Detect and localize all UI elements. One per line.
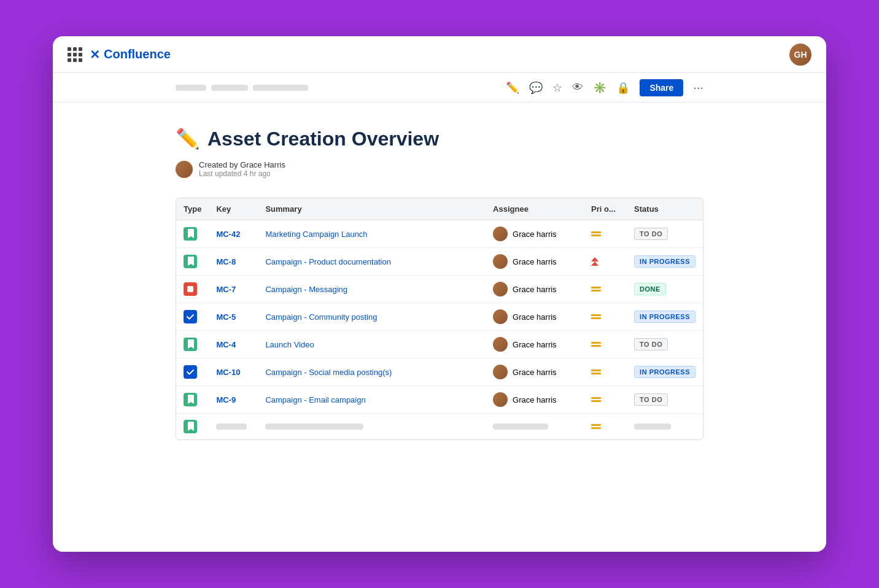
- cell-key: MC-42: [209, 220, 258, 248]
- cell-status: IN PROGRESS: [627, 303, 703, 331]
- cell-summary: Campaign - Product documentation: [258, 248, 486, 276]
- issue-summary-link[interactable]: Marketing Campaign Launch: [265, 230, 367, 239]
- issue-key-link[interactable]: MC-10: [216, 368, 240, 377]
- cell-assignee: Grace harris: [486, 303, 584, 331]
- issue-summary-link[interactable]: Launch Video: [265, 340, 314, 349]
- type-icon-story: [184, 338, 197, 351]
- assignee-avatar: [493, 337, 508, 352]
- type-icon-story: [184, 255, 197, 268]
- top-navigation: ✕ Confluence GH: [53, 36, 826, 73]
- assignee-cell: Grace harris: [493, 392, 576, 407]
- col-header-priority: Pri o...: [584, 198, 627, 220]
- topnav-left: ✕ Confluence: [68, 47, 171, 62]
- title-text: Asset Creation Overview: [207, 128, 439, 150]
- cell-key: MC-5: [209, 303, 258, 331]
- table-row: MC-9 Campaign - Email campaign Grace har…: [176, 386, 703, 414]
- issue-key-link[interactable]: MC-4: [216, 340, 236, 349]
- content-toolbar: ✏️ 💬 ☆ 👁 ✳️ 🔒 Share ···: [53, 73, 826, 103]
- status-badge: TO DO: [634, 228, 668, 240]
- sparkle-icon[interactable]: ✳️: [593, 81, 606, 95]
- col-header-status: Status: [627, 198, 703, 220]
- col-header-key: Key: [209, 198, 258, 220]
- last-updated: Last updated 4 hr ago: [199, 169, 285, 178]
- cell-assignee: Grace harris: [486, 276, 584, 303]
- share-button[interactable]: Share: [640, 79, 683, 96]
- issue-key-link[interactable]: MC-9: [216, 395, 236, 404]
- breadcrumb-item: [176, 85, 206, 91]
- issue-key-link[interactable]: MC-7: [216, 285, 236, 294]
- cell-key: MC-10: [209, 358, 258, 386]
- cell-priority: [584, 331, 627, 358]
- assignee-name: Grace harris: [513, 312, 557, 322]
- table-header-row: Type Key Summary Assignee Pri o... Statu…: [176, 198, 703, 220]
- cell-status-loading: [627, 414, 703, 440]
- issue-summary-link[interactable]: Campaign - Messaging: [265, 285, 347, 294]
- assignee-avatar: [493, 365, 508, 379]
- cell-summary: Campaign - Messaging: [258, 276, 486, 303]
- status-badge: TO DO: [634, 393, 668, 406]
- breadcrumb-item: [253, 85, 308, 91]
- cell-assignee: Grace harris: [486, 331, 584, 358]
- assignee-avatar: [493, 392, 508, 407]
- cell-type-loading: [176, 414, 209, 440]
- cell-status: DONE: [627, 276, 703, 303]
- jira-table: Type Key Summary Assignee Pri o... Statu…: [176, 198, 703, 440]
- table-row-loading: [176, 414, 703, 440]
- issue-key-link[interactable]: MC-8: [216, 257, 236, 266]
- status-badge: DONE: [634, 283, 666, 295]
- cell-key: MC-7: [209, 276, 258, 303]
- issue-summary-link[interactable]: Campaign - Community posting: [265, 312, 377, 322]
- cell-summary: Launch Video: [258, 331, 486, 358]
- confluence-logo[interactable]: ✕ Confluence: [90, 47, 171, 62]
- cell-status: TO DO: [627, 331, 703, 358]
- assignee-name: Grace harris: [513, 285, 557, 294]
- type-icon-story: [184, 227, 197, 241]
- assignee-name: Grace harris: [513, 395, 557, 404]
- table-row: MC-42 Marketing Campaign Launch Grace ha…: [176, 220, 703, 248]
- logo-text: Confluence: [104, 47, 171, 61]
- cell-priority-loading: [584, 414, 627, 440]
- star-icon[interactable]: ☆: [552, 81, 562, 95]
- edit-icon[interactable]: ✏️: [506, 81, 519, 95]
- breadcrumbs: [176, 85, 308, 91]
- issue-summary-link[interactable]: Campaign - Email campaign: [265, 395, 365, 404]
- cell-status: TO DO: [627, 386, 703, 414]
- assignee-name: Grace harris: [513, 368, 557, 377]
- status-badge: TO DO: [634, 338, 668, 350]
- cell-type: [176, 248, 209, 276]
- issue-summary-link[interactable]: Campaign - Product documentation: [265, 257, 391, 266]
- more-options-button[interactable]: ···: [693, 80, 703, 95]
- app-switcher-icon[interactable]: [68, 47, 82, 62]
- col-header-assignee: Assignee: [486, 198, 584, 220]
- type-icon-loading: [184, 420, 197, 433]
- breadcrumb-item: [211, 85, 248, 91]
- col-header-summary: Summary: [258, 198, 486, 220]
- title-emoji: ✏️: [176, 127, 200, 150]
- cell-summary: Campaign - Social media posting(s): [258, 358, 486, 386]
- assignee-avatar: [493, 282, 508, 296]
- comment-icon[interactable]: 💬: [529, 81, 543, 95]
- cell-assignee: Grace harris: [486, 248, 584, 276]
- issue-key-link[interactable]: MC-5: [216, 312, 236, 322]
- browser-window: ✕ Confluence GH ✏️ 💬 ☆ 👁 ✳️ 🔒 Share ··· …: [53, 36, 826, 552]
- user-avatar[interactable]: GH: [789, 44, 811, 66]
- toolbar-icons: ✏️ 💬 ☆ 👁 ✳️ 🔒 Share ···: [506, 79, 703, 96]
- assignee-name: Grace harris: [513, 230, 557, 239]
- issues-table: Type Key Summary Assignee Pri o... Statu…: [176, 198, 703, 439]
- type-icon-bug: [184, 282, 197, 296]
- cell-key: MC-4: [209, 331, 258, 358]
- table-row: MC-8 Campaign - Product documentation Gr…: [176, 248, 703, 276]
- watch-icon[interactable]: 👁: [572, 81, 583, 94]
- lock-icon[interactable]: 🔒: [616, 81, 630, 95]
- assignee-name: Grace harris: [513, 340, 557, 349]
- issue-summary-link[interactable]: Campaign - Social media posting(s): [265, 368, 392, 377]
- cell-assignee: Grace harris: [486, 386, 584, 414]
- page-meta: Created by Grace Harris Last updated 4 h…: [176, 160, 703, 178]
- cell-key: MC-9: [209, 386, 258, 414]
- cell-status: IN PROGRESS: [627, 248, 703, 276]
- assignee-cell: Grace harris: [493, 365, 576, 379]
- issue-key-link[interactable]: MC-42: [216, 230, 240, 239]
- table-row: MC-10 Campaign - Social media posting(s)…: [176, 358, 703, 386]
- cell-assignee-loading: [486, 414, 584, 440]
- cell-type: [176, 386, 209, 414]
